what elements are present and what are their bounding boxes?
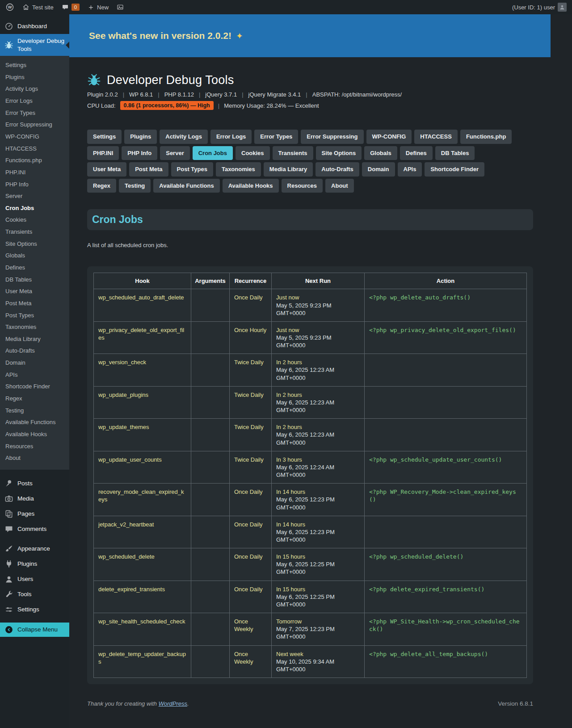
tab[interactable]: Server — [160, 146, 189, 160]
meta-item: PHP 8.1.12 — [153, 91, 194, 98]
hook-cell: wp_scheduled_delete — [94, 548, 191, 581]
sidebar-item-settings[interactable]: Settings — [0, 602, 69, 617]
submenu-item[interactable]: User Meta — [0, 286, 69, 298]
submenu-item[interactable]: Server — [0, 190, 69, 202]
tab[interactable]: Defines — [400, 146, 433, 160]
submenu-item[interactable]: Taxonomies — [0, 321, 69, 333]
submenu-item[interactable]: About — [0, 452, 69, 464]
tab[interactable]: Error Suppressing — [301, 130, 363, 144]
wordpress-link[interactable]: WordPress — [159, 700, 187, 707]
whats-new-banner[interactable]: See what's new in version 2.0.2! ✦ — [69, 14, 551, 57]
sidebar-item-appearance[interactable]: Appearance — [0, 541, 69, 556]
account-menu[interactable]: (User ID: 1) user — [512, 3, 567, 12]
tab[interactable]: Testing — [119, 179, 151, 193]
tab[interactable]: Available Functions — [153, 179, 219, 193]
tab[interactable]: DB Tables — [435, 146, 475, 160]
site-menu[interactable]: Test site — [22, 4, 54, 11]
tab[interactable]: WP-CONFIG — [366, 130, 412, 144]
comments-menu[interactable]: 0 — [62, 4, 80, 11]
submenu-item[interactable]: Activity Logs — [0, 83, 69, 95]
submenu-item[interactable]: Cron Jobs — [0, 202, 69, 215]
hook-cell: wp_privacy_delete_old_export_files — [94, 321, 191, 353]
submenu-item[interactable]: Transients — [0, 226, 69, 238]
recurrence-cell: Once Weekly — [230, 645, 272, 678]
cron-jobs-table: Hook Arguments Recurrence Next Run Actio… — [93, 273, 527, 678]
submenu-item[interactable]: Shortcode Finder — [0, 381, 69, 393]
tab[interactable]: PHP.INI — [87, 146, 119, 160]
submenu-item[interactable]: Cookies — [0, 214, 69, 226]
tab[interactable]: Shortcode Finder — [425, 162, 484, 177]
submenu-item[interactable]: Functions.php — [0, 155, 69, 167]
tab[interactable]: Cookies — [236, 146, 270, 160]
tab[interactable]: Error Types — [254, 130, 298, 144]
submenu-item[interactable]: Post Meta — [0, 298, 69, 310]
sidebar-item-developer-debug-tools[interactable]: Developer Debug Tools — [0, 34, 69, 56]
tab[interactable]: HTACCESS — [414, 130, 458, 144]
next-run-date: May 6, 2025 12:23 AM GMT+0000 — [276, 366, 360, 381]
tab[interactable]: Post Meta — [129, 162, 168, 177]
tab[interactable]: Activity Logs — [160, 130, 208, 144]
submenu-item[interactable]: Regex — [0, 393, 69, 405]
submenu-item[interactable]: Auto-Drafts — [0, 345, 69, 357]
submenu-item[interactable]: PHP.INI — [0, 167, 69, 179]
wp-logo-menu[interactable] — [5, 3, 14, 12]
submenu-item[interactable]: Plugins — [0, 72, 69, 84]
sidebar-item-pages[interactable]: Pages — [0, 506, 69, 522]
tab[interactable]: Transients — [273, 146, 313, 160]
sidebar-item-users[interactable]: Users — [0, 572, 69, 587]
tab[interactable]: Error Logs — [210, 130, 252, 144]
tab[interactable]: APIs — [398, 162, 422, 177]
submenu-item[interactable]: DB Tables — [0, 274, 69, 286]
tab[interactable]: Regex — [87, 179, 116, 193]
submenu-item[interactable]: WP-CONFIG — [0, 131, 69, 143]
tab[interactable]: PHP Info — [122, 146, 157, 160]
submenu-item[interactable]: Testing — [0, 405, 69, 417]
submenu-item[interactable]: Post Types — [0, 310, 69, 322]
sidebar-item-dashboard[interactable]: Dashboard — [0, 19, 69, 34]
tab[interactable]: Taxonomies — [216, 162, 261, 177]
submenu-item[interactable]: Available Hooks — [0, 429, 69, 441]
submenu-item[interactable]: Error Suppressing — [0, 119, 69, 131]
submenu-item[interactable]: HTACCESS — [0, 143, 69, 155]
submenu-item[interactable]: APIs — [0, 369, 69, 381]
tab-row: SettingsPluginsActivity LogsError LogsEr… — [87, 130, 533, 144]
submenu-item[interactable]: Error Types — [0, 107, 69, 119]
tab[interactable]: Globals — [364, 146, 397, 160]
plug-icon — [4, 560, 13, 568]
submenu-item[interactable]: Resources — [0, 441, 69, 453]
tab[interactable]: Cron Jobs — [193, 146, 233, 160]
section-header: Cron Jobs — [87, 209, 533, 230]
submenu-item[interactable]: Error Logs — [0, 95, 69, 107]
submenu-item[interactable]: Domain — [0, 357, 69, 369]
tab[interactable]: Resources — [282, 179, 323, 193]
submenu-item[interactable]: Defines — [0, 262, 69, 274]
sidebar-item-posts[interactable]: Posts — [0, 476, 69, 491]
tab[interactable]: Plugins — [124, 130, 157, 144]
new-content-menu[interactable]: New — [88, 4, 109, 11]
tab[interactable]: About — [325, 179, 354, 193]
tab[interactable]: Auto-Drafts — [315, 162, 359, 177]
submenu-item[interactable]: Settings — [0, 59, 69, 72]
tab[interactable]: User Meta — [87, 162, 126, 177]
tab[interactable]: Media Library — [264, 162, 313, 177]
tab[interactable]: Domain — [362, 162, 395, 177]
submenu-item[interactable]: Site Options — [0, 238, 69, 250]
tab[interactable]: Available Hooks — [223, 179, 279, 193]
sidebar-item-media[interactable]: Media — [0, 491, 69, 506]
sidebar-item-plugins[interactable]: Plugins — [0, 556, 69, 572]
submenu-item[interactable]: Media Library — [0, 333, 69, 345]
submenu-item[interactable]: Available Functions — [0, 417, 69, 429]
tab[interactable]: Settings — [87, 130, 122, 144]
recurrence-cell: Once Weekly — [230, 613, 272, 645]
submenu-item[interactable]: PHP Info — [0, 179, 69, 191]
tab[interactable]: Functions.php — [460, 130, 512, 144]
collapse-menu-button[interactable]: Collapse Menu — [0, 623, 69, 637]
media-shortcut[interactable] — [117, 4, 124, 11]
next-run-relative: In 14 hours — [276, 521, 360, 528]
sidebar-item-tools[interactable]: Tools — [0, 587, 69, 602]
next-run-relative: In 15 hours — [276, 553, 360, 560]
tab[interactable]: Post Types — [171, 162, 213, 177]
submenu-item[interactable]: Globals — [0, 250, 69, 262]
tab[interactable]: Site Options — [316, 146, 362, 160]
sidebar-item-comments[interactable]: Comments — [0, 522, 69, 537]
